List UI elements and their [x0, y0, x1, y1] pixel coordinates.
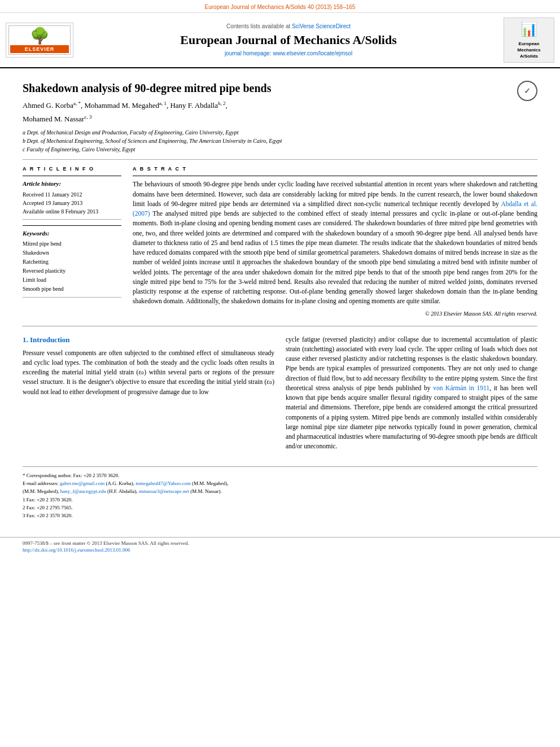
two-col-info-abstract: A R T I C L E I N F O Article history: R… [23, 165, 537, 318]
elsevier-tree-icon: 🌳 [10, 28, 69, 44]
journal-cover-title: EuropeanMechanicsA/Solids [518, 41, 541, 60]
section-divider [23, 326, 537, 327]
email2-link[interactable]: mmegahed47@Yahoo.com [135, 480, 191, 486]
intro-col-right: cycle fatigue (reversed plasticity) and/… [286, 335, 537, 455]
journal-header-left: 🌳 ELSEVIER [6, 23, 73, 58]
section-title-text: Introduction [30, 335, 70, 344]
keyword-3: Ratchetting [23, 257, 121, 267]
affil-a: a Dept. of Mechanical Design and Product… [23, 128, 537, 137]
email3-name: (H.F. Abdalla), [106, 488, 139, 494]
paper-title-text: Shakedown analysis of 90-degree mitred p… [23, 82, 271, 94]
email4-name: (M.M. Nassar). [189, 488, 222, 494]
footnote-1: 1 Fax: +20 2 3570 3620. [23, 496, 537, 504]
keyword-6: Smooth pipe bend [23, 285, 121, 294]
abstract-text: The behaviours of smooth 90-degree pipe … [133, 176, 537, 306]
section-number: 1. [23, 335, 28, 344]
author1-sup: a, * [73, 101, 81, 106]
intro-body-col1: Pressure vessel components are often sub… [23, 348, 274, 397]
bottom-doi: http://dx.doi.org/10.1016/j.euromechsol.… [23, 547, 537, 554]
bottom-issn: 0997-7538/$ – see front matter © 2013 El… [23, 540, 537, 547]
email-prefix: (M.M. Megahed), [23, 488, 60, 494]
email3-link[interactable]: hany_f@aucegypt.edu [60, 488, 106, 494]
article-content: ✓ Shakedown analysis of 90-degree mitred… [0, 68, 560, 531]
email4-link[interactable]: mmassar3@netscape.net [139, 488, 189, 494]
footnote-email: E-mail addresses: gaber.me@gmail.com (A.… [23, 479, 537, 487]
journal-header-right: 📊 EuropeanMechanicsA/Solids [504, 18, 554, 63]
journal-title: European Journal of Mechanics A/Solids [78, 33, 499, 47]
homepage-link[interactable]: www.elsevier.com/locate/ejmsol [273, 50, 353, 56]
keyword-2: Shakedown [23, 248, 121, 257]
elsevier-text: ELSEVIER [10, 45, 69, 54]
sciverse-pre-text: Contents lists available at [226, 23, 292, 29]
keywords-label: Keywords: [23, 229, 121, 238]
von-karman-link[interactable]: von Kármán in 1911 [433, 385, 489, 391]
journal-top-bar-text: European Journal of Mechanics A/Solids 4… [205, 4, 356, 10]
footnote-email-cont: (M.M. Megahed), hany_f@aucegypt.edu (H.F… [23, 487, 537, 495]
page-wrapper: European Journal of Mechanics A/Solids 4… [0, 0, 560, 556]
copyright-line: © 2013 Elsevier Masson SAS. All rights r… [133, 310, 537, 318]
affil-b: b Dept. of Mechanical Engineering, Schoo… [23, 137, 537, 145]
intro-section: 1. Introduction Pressure vessel componen… [23, 335, 537, 455]
author3-sup: b, 2 [218, 101, 226, 106]
article-info-heading: A R T I C L E I N F O [23, 165, 121, 173]
journal-homepage: journal homepage: www.elsevier.com/locat… [78, 50, 499, 58]
keyword-5: Limit load [23, 276, 121, 285]
elsevier-logo-inner: 🌳 ELSEVIER [8, 25, 71, 55]
author2: , Mohammad M. Megahed [81, 101, 159, 110]
doi-link[interactable]: http://dx.doi.org/10.1016/j.euromechsol.… [23, 547, 130, 553]
abstract-heading: A B S T R A C T [133, 165, 537, 173]
author2-sup: a, 1 [159, 101, 167, 106]
abstract-col: A B S T R A C T The behaviours of smooth… [133, 165, 537, 318]
elsevier-logo-box: 🌳 ELSEVIER [6, 23, 73, 58]
email1-name: (A.G. Korba), [104, 480, 135, 486]
keywords-box: Keywords: Mitred pipe bend Shakedown Rat… [23, 225, 121, 298]
homepage-label: journal homepage: [225, 50, 273, 56]
author4: Mohamed M. Nassar [23, 115, 84, 123]
footnote-star: * Corresponding author. Fax: +20 2 3570 … [23, 471, 537, 479]
footnote-2: 2 Fax: +20 2 2795 7565. [23, 504, 537, 512]
abdalla-link[interactable]: Abdalla et al. (2007) [133, 200, 537, 217]
sciverse-link[interactable]: SciVerse ScienceDirect [292, 23, 351, 29]
footnotes-area: * Corresponding author. Fax: +20 2 3570 … [23, 466, 537, 520]
article-history-label: Article history: [23, 180, 121, 188]
article-info-col: A R T I C L E I N F O Article history: R… [23, 165, 121, 318]
analysed-word: analysed [165, 210, 188, 217]
paper-title: ✓ Shakedown analysis of 90-degree mitred… [23, 81, 537, 95]
received-date: Received 11 January 2012 [23, 190, 121, 199]
author3: , Hany F. Abdalla [167, 101, 218, 110]
journal-header-center: Contents lists available at SciVerse Sci… [78, 23, 499, 58]
intro-col-left: 1. Introduction Pressure vessel componen… [23, 335, 274, 455]
journal-cover-box: 📊 EuropeanMechanicsA/Solids [504, 18, 554, 63]
affil-c: c Faculty of Engineering, Cairo Universi… [23, 145, 537, 154]
author4-sup: c, 3 [84, 114, 91, 120]
author1: Ahmed G. Korba [23, 101, 73, 110]
accepted-date: Accepted 19 January 2013 [23, 199, 121, 207]
affiliations: a Dept. of Mechanical Design and Product… [23, 128, 537, 154]
journal-top-bar: European Journal of Mechanics A/Solids 4… [0, 0, 560, 13]
intro-title: 1. Introduction [23, 335, 274, 345]
bottom-bar: 0997-7538/$ – see front matter © 2013 El… [0, 537, 560, 556]
footnote-3: 3 Fax: +20 2 3570 3620. [23, 512, 537, 519]
online-date: Available online 8 February 2013 [23, 207, 121, 216]
sciverse-line: Contents lists available at SciVerse Sci… [78, 23, 499, 30]
journal-header: 🌳 ELSEVIER Contents lists available at S… [0, 13, 560, 68]
author-comma: , [225, 101, 227, 110]
keyword-1: Mitred pipe bend [23, 239, 121, 248]
authors-line-2: Mohamed M. Nassarc, 3 [23, 113, 537, 125]
email-label: E-mail addresses: [23, 480, 60, 486]
authors-line: Ahmed G. Korbaa, *, Mohammad M. Megaheda… [23, 100, 537, 111]
email1-link[interactable]: gaber.me@gmail.com [60, 480, 104, 486]
divider-1 [23, 159, 537, 160]
article-history-box: Article history: Received 11 January 201… [23, 176, 121, 219]
keyword-4: Reversed plasticity [23, 267, 121, 276]
crossmark: ✓ [517, 81, 537, 101]
journal-cover-icon: 📊 [520, 20, 537, 40]
email2-name: (M.M. Megahed), [191, 480, 229, 486]
intro-body-col2: cycle fatigue (reversed plasticity) and/… [286, 335, 537, 452]
